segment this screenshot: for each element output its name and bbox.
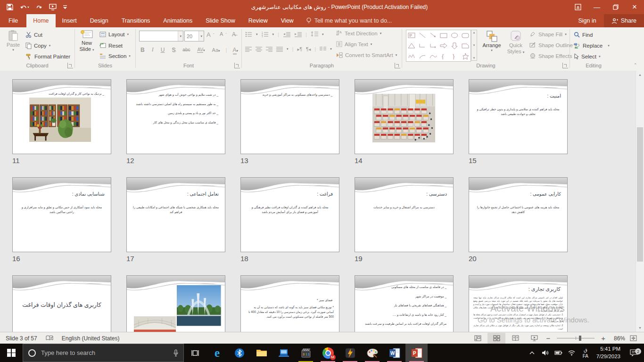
zoom-slider[interactable] (557, 338, 594, 338)
shape-down-arrow-shape-icon[interactable] (451, 42, 458, 49)
reading-view-button[interactable] (506, 333, 524, 344)
underline-button[interactable]: U (159, 47, 166, 53)
slide-thumbnail-12[interactable]: _ در شیب ملایم و نواحی خوش آب و هوای شهر… (126, 79, 225, 154)
slide-sorter-view-button[interactable] (487, 333, 505, 344)
tab-animations[interactable]: Animations (157, 14, 199, 27)
tab-file[interactable]: File (0, 14, 26, 27)
tab-slideshow[interactable]: Slide Show (199, 14, 242, 27)
shape-elbow-connector-icon[interactable] (419, 42, 426, 49)
text-shadow-button[interactable]: S (170, 47, 177, 53)
strikethrough-button[interactable]: abc (181, 47, 191, 52)
new-slide-button[interactable]: New Slide ▾ (77, 30, 97, 52)
fit-slide-to-window-button[interactable] (626, 333, 640, 344)
shape-right-brace-icon[interactable]: } (451, 53, 458, 59)
tab-home[interactable]: Home (26, 14, 55, 27)
zoom-in-button[interactable]: + (599, 334, 607, 342)
clock[interactable]: 5:41 PM 7/29/2023 (594, 346, 623, 360)
convert-smartart-button[interactable]: Convert to SmartArt▾ (336, 52, 397, 58)
justify-icon[interactable] (276, 47, 283, 52)
font-name-combo[interactable]: ▾ (139, 31, 183, 41)
shape-oval-icon[interactable] (451, 32, 458, 39)
task-view-button[interactable] (184, 344, 206, 362)
grow-font-button[interactable]: Aˆ (206, 31, 214, 38)
chrome-button[interactable]: M (317, 344, 339, 362)
increase-indent-icon[interactable] (294, 32, 302, 37)
save-icon[interactable] (7, 4, 13, 10)
section-button[interactable]: Section▾ (99, 53, 131, 59)
change-case-button[interactable]: Aa▾ (211, 47, 222, 53)
vertical-scrollbar[interactable]: ▲ ▼ (636, 71, 644, 332)
replace-button[interactable]: abac Replace▾ (574, 42, 610, 49)
tab-view[interactable]: View (274, 14, 300, 27)
remote-desktop-button[interactable] (272, 344, 295, 362)
language-status[interactable]: English (United States) (62, 335, 120, 342)
reset-button[interactable]: Reset (99, 42, 123, 49)
bold-button[interactable]: B (139, 47, 146, 53)
quick-styles-button[interactable]: Quick Styles ▾ (505, 30, 527, 55)
slide-thumbnail-14[interactable] (355, 79, 454, 154)
cut-button[interactable]: Cut (25, 32, 42, 38)
word-button[interactable]: W (383, 344, 405, 362)
tab-insert[interactable]: Insert (56, 14, 83, 27)
ltr-direction-icon[interactable]: ▸¶ (297, 47, 302, 52)
slide-thumbnail-22[interactable] (126, 275, 225, 332)
battery-icon[interactable] (553, 350, 564, 355)
collapse-ribbon-icon[interactable]: ⌃ (634, 63, 637, 67)
language-indicator[interactable]: ق FA (579, 347, 592, 359)
slide-thumbnail-15[interactable]: امنیت :محله باید فراهم کننده ی سلامتی و … (469, 79, 568, 154)
align-left-icon[interactable] (245, 47, 252, 52)
tell-me-box[interactable]: Tell me what you want to do... (300, 14, 392, 27)
align-center-icon[interactable] (256, 47, 262, 52)
tab-design[interactable]: Design (83, 14, 115, 27)
slide-thumbnail-16[interactable]: شناسایی نمادی :محله باید نمود آشکاری از … (12, 177, 111, 252)
tab-transitions[interactable]: Transitions (115, 14, 157, 27)
columns-icon[interactable] (320, 47, 326, 52)
clipboard-dialog-launcher[interactable] (67, 63, 73, 68)
spellcheck-icon[interactable] (46, 335, 53, 341)
align-right-icon[interactable] (266, 47, 272, 52)
shape-scribble-icon[interactable] (408, 53, 415, 59)
paint-button[interactable] (361, 344, 383, 362)
shape-rectangle-icon[interactable] (440, 32, 447, 39)
customize-qat-icon[interactable] (63, 5, 67, 9)
shapes-gallery[interactable]: {} (406, 30, 471, 62)
shape-right-arrow-shape-icon[interactable] (440, 42, 447, 49)
sign-in-link[interactable]: Sign in (570, 14, 603, 27)
arrange-button[interactable]: Arrange▾ (480, 30, 503, 53)
paragraph-dialog-launcher[interactable] (395, 63, 400, 68)
file-explorer-button[interactable] (250, 344, 272, 362)
shape-curve-icon[interactable] (429, 53, 437, 59)
bullets-icon[interactable] (245, 32, 252, 37)
taskbar-search-box[interactable]: Type here to search (23, 344, 184, 362)
wifi-icon[interactable] (566, 350, 578, 356)
line-spacing-icon[interactable] (311, 31, 318, 37)
select-button[interactable]: Select▾ (574, 53, 600, 59)
shape-triangle-icon[interactable] (408, 42, 415, 49)
find-button[interactable]: Find (574, 32, 593, 38)
slide-thumbnail-17[interactable]: تعامل اجتماعی :محله باید همکاری شخصی با … (126, 177, 225, 252)
shape-star-icon[interactable] (462, 53, 469, 59)
zoom-level[interactable]: 86% (608, 335, 625, 342)
clear-formatting-button[interactable]: A̶ (232, 31, 236, 38)
slide-thumbnail-19[interactable]: دسترسی :دسترسی به مراکز اشتغال و خرید و … (355, 177, 454, 252)
shape-left-brace-icon[interactable]: { (440, 53, 447, 59)
zoom-out-button[interactable]: − (544, 334, 552, 342)
slide-thumbnail-23[interactable]: فضای سبز ** توزیع مکانی فضای سبز باید به… (240, 275, 339, 332)
minimize-button[interactable]: — (587, 0, 606, 14)
bluetooth-button[interactable] (228, 344, 250, 362)
slide-thumbnail-11[interactable]: _ نزدیک به نواحی کار و گذران اوقات فراغت (12, 79, 111, 154)
redo-icon[interactable] (36, 4, 42, 10)
shape-elbow-arrow-connector-icon[interactable] (429, 42, 437, 49)
align-text-button[interactable]: Align Text▾ (336, 41, 372, 47)
close-button[interactable]: × (625, 0, 644, 14)
shapes-gallery-scroll[interactable]: ▲▼▼ (471, 30, 477, 61)
italic-button[interactable]: I (150, 46, 155, 53)
winamp-button[interactable] (339, 344, 361, 362)
volume-icon[interactable] (540, 350, 551, 356)
zoom-slider-thumb[interactable] (579, 336, 581, 341)
slide-thumbnail-24[interactable]: _ در فاصله ی مناسب از محله های مسکونی_ م… (355, 275, 454, 332)
start-button[interactable] (0, 344, 23, 362)
start-from-beginning-icon[interactable] (49, 4, 57, 10)
slideshow-view-button[interactable] (525, 333, 543, 344)
share-button[interactable]: Share (604, 14, 644, 27)
